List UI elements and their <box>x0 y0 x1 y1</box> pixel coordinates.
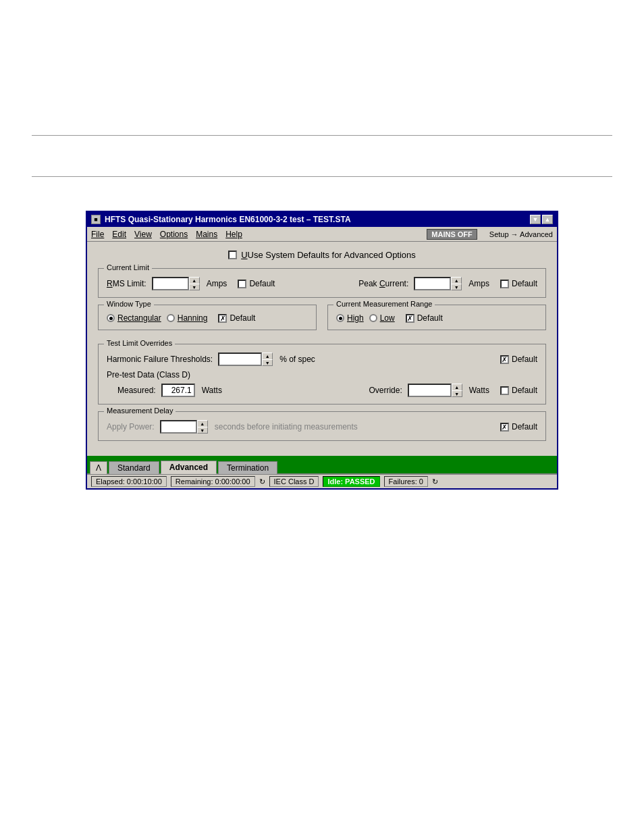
measurement-default-label: Default <box>417 313 443 323</box>
measurement-default-checkbox[interactable]: ✗ <box>406 314 414 323</box>
window-default-checkbox[interactable]: ✗ <box>218 314 227 323</box>
measured-label: Measured: <box>117 386 156 395</box>
minimize-button[interactable]: ▼ <box>530 215 541 224</box>
hanning-radio[interactable] <box>167 314 175 322</box>
peak-default-area: Default <box>500 279 537 288</box>
apply-power-spin[interactable]: 10.0 ▲ ▼ <box>160 420 208 434</box>
peak-current-input[interactable]: 40.0 <box>414 277 451 290</box>
harmonic-up[interactable]: ▲ <box>262 353 273 359</box>
apply-power-spinner[interactable]: ▲ ▼ <box>197 420 208 434</box>
menu-options[interactable]: Options <box>160 230 188 239</box>
override-spinner[interactable]: ▲ ▼ <box>452 384 462 397</box>
window-default-label: Default <box>230 313 255 323</box>
harmonic-spinner[interactable]: ▲ ▼ <box>262 353 273 366</box>
harmonic-spin[interactable]: 100.0 ▲ ▼ <box>218 353 273 366</box>
failures-label: Failures: 0 <box>384 476 428 487</box>
measurement-delay-title: Measurement Delay <box>104 407 176 415</box>
system-defaults-label: UUse System Defaults for Advanced Option… <box>241 250 416 260</box>
low-radio-item[interactable]: Low <box>369 313 395 323</box>
apply-power-input[interactable]: 10.0 <box>160 420 197 434</box>
harmonic-default-label: Default <box>512 355 537 364</box>
title-bar-controls[interactable]: ▼ ▲ <box>530 215 553 224</box>
rms-default-checkbox[interactable] <box>238 280 246 288</box>
system-defaults-checkbox[interactable] <box>228 251 237 259</box>
system-defaults-row: UUse System Defaults for Advanced Option… <box>98 250 546 260</box>
status-bar: Elapsed: 0:00:10:00 Remaining: 0:00:00:0… <box>87 473 557 488</box>
harmonic-default-area: ✗ Default <box>500 355 537 364</box>
rms-default-area: Default <box>238 279 275 288</box>
tab-termination[interactable]: Termination <box>218 461 277 474</box>
tab-arrow[interactable]: Λ <box>90 461 107 474</box>
window-type-row: Rectangular Hanning ✗ Default <box>107 313 308 323</box>
window-type-title: Window Type <box>104 300 154 308</box>
apply-power-up[interactable]: ▲ <box>197 420 208 427</box>
current-limit-row: RMS Limit: 13.1 ▲ ▼ Amps Default <box>107 277 537 290</box>
menu-view[interactable]: View <box>134 230 152 239</box>
peak-current-spinner[interactable]: ▲ ▼ <box>451 277 462 290</box>
menu-edit[interactable]: Edit <box>112 230 126 239</box>
mains-off-button[interactable]: MAINS OFF <box>427 229 477 240</box>
rms-limit-input[interactable]: 13.1 <box>152 277 189 290</box>
tab-advanced[interactable]: Advanced <box>161 461 217 474</box>
peak-current-spin[interactable]: 40.0 ▲ ▼ <box>414 277 462 290</box>
menu-mains[interactable]: Mains <box>196 230 217 239</box>
pretest-label-row: Pre-test Data (Class D) <box>107 370 537 380</box>
test-limit-group: Test Limit Overrides Harmonic Failure Th… <box>98 344 546 405</box>
override-label: Override: <box>369 386 402 395</box>
menu-file[interactable]: File <box>91 230 104 239</box>
refresh-icon[interactable]: ↻ <box>259 477 265 486</box>
title-bar-left: ■ HFTS Quasi-Stationary Harmonics EN6100… <box>91 215 351 224</box>
tab-standard[interactable]: Standard <box>109 461 159 474</box>
current-measurement-group: Current Measurement Range High Low ✗ D <box>327 305 546 330</box>
override-input[interactable]: 270.0 <box>408 384 452 397</box>
rms-limit-label: RMS Limit: <box>107 279 146 288</box>
status-refresh-icon[interactable]: ↻ <box>432 477 438 486</box>
hanning-label: Hanning <box>178 313 208 323</box>
apply-unit-label: seconds before initiating measurements <box>215 422 358 432</box>
rms-limit-up[interactable]: ▲ <box>189 277 200 284</box>
menu-help[interactable]: Help <box>225 230 242 239</box>
current-measurement-row: High Low ✗ Default <box>336 313 537 323</box>
peak-current-up[interactable]: ▲ <box>451 277 462 284</box>
rms-unit-label: Amps <box>207 279 227 288</box>
rms-limit-spin[interactable]: 13.1 ▲ ▼ <box>152 277 200 290</box>
override-down[interactable]: ▼ <box>452 390 462 397</box>
app-icon: ■ <box>91 215 101 224</box>
elapsed-label: Elapsed: 0:00:10:00 <box>91 476 167 487</box>
status-passed-label: Idle: PASSED <box>323 476 379 487</box>
class-label: IEC Class D <box>269 476 319 487</box>
peak-unit-label: Amps <box>468 279 489 288</box>
harmonic-label: Harmonic Failure Thresholds: <box>107 355 213 364</box>
measurement-delay-group: Measurement Delay Apply Power: 10.0 ▲ ▼ … <box>98 411 546 441</box>
pretest-label: Pre-test Data (Class D) <box>107 370 190 380</box>
harmonic-down[interactable]: ▼ <box>262 359 273 366</box>
override-default-area: Default <box>500 386 537 395</box>
apply-power-down[interactable]: ▼ <box>197 427 208 434</box>
measurement-delay-row: Apply Power: 10.0 ▲ ▼ seconds before ini… <box>107 420 537 434</box>
pretest-data-row: Measured: 267.1 Watts Override: 270.0 ▲ … <box>107 384 537 397</box>
maximize-button[interactable]: ▲ <box>542 215 553 224</box>
system-defaults-underline: U <box>241 250 247 260</box>
low-radio[interactable] <box>369 314 377 322</box>
app-window: ■ HFTS Quasi-Stationary Harmonics EN6100… <box>86 211 558 490</box>
rms-limit-down[interactable]: ▼ <box>189 284 200 290</box>
rectangular-radio[interactable] <box>107 314 115 322</box>
high-radio[interactable] <box>336 314 344 322</box>
high-radio-item[interactable]: High <box>336 313 364 323</box>
high-label: High <box>347 313 364 323</box>
hanning-radio-item[interactable]: Hanning <box>167 313 208 323</box>
override-default-checkbox[interactable] <box>500 386 509 395</box>
peak-default-checkbox[interactable] <box>500 280 509 288</box>
override-up[interactable]: ▲ <box>452 384 462 390</box>
breadcrumb: Setup → Advanced <box>489 230 553 238</box>
delay-default-checkbox[interactable]: ✗ <box>500 423 509 432</box>
measurement-default-area: ✗ Default <box>406 313 443 323</box>
rms-limit-spinner[interactable]: ▲ ▼ <box>189 277 200 290</box>
override-spin[interactable]: 270.0 ▲ ▼ <box>408 384 462 397</box>
low-label: Low <box>380 313 395 323</box>
window-default-area: ✗ Default <box>218 313 255 323</box>
harmonic-input[interactable]: 100.0 <box>218 353 262 366</box>
rectangular-radio-item[interactable]: Rectangular <box>107 313 161 323</box>
peak-current-down[interactable]: ▼ <box>451 284 462 290</box>
harmonic-default-checkbox[interactable]: ✗ <box>500 355 509 364</box>
